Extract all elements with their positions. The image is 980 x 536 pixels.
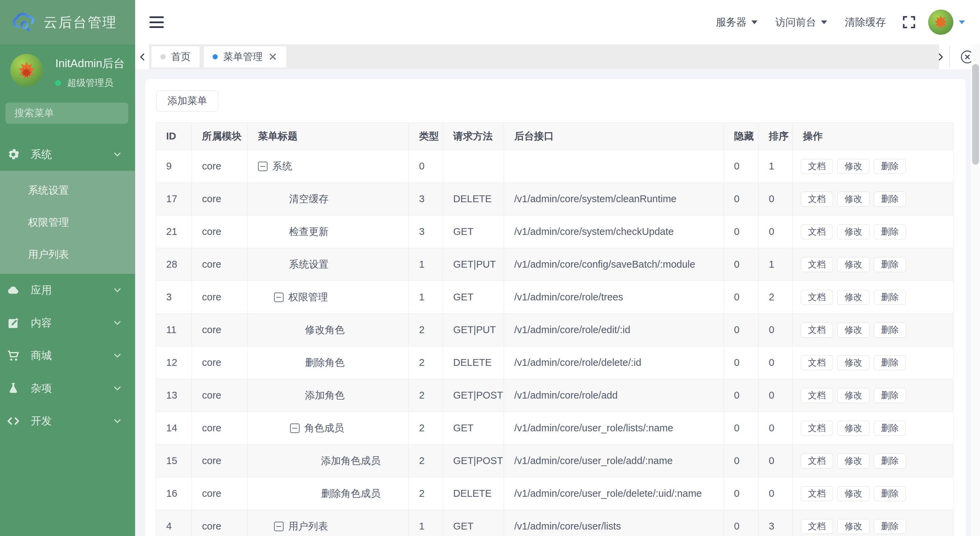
edit-button[interactable]: 修改 <box>837 421 869 436</box>
sidebar-item-system-settings[interactable]: 系统设置 <box>0 174 135 206</box>
edit-button[interactable]: 修改 <box>837 519 869 534</box>
user-avatar[interactable] <box>10 54 43 87</box>
menu-search-input[interactable]: 搜索菜单 <box>5 103 128 124</box>
sidebar-item-user-list[interactable]: 用户列表 <box>0 238 135 270</box>
cell-hidden: 0 <box>724 346 759 379</box>
cell-actions: 文档修改删除 <box>793 412 953 445</box>
tabs-scroll-right-button[interactable] <box>934 44 947 69</box>
column-header-0: ID <box>156 123 192 150</box>
cell-title: 清空缓存 <box>248 183 409 216</box>
cell-title: 修改角色 <box>248 314 409 346</box>
doc-button[interactable]: 文档 <box>801 454 833 468</box>
cell-api: /v1/admin/core/role/delete/:id <box>504 346 724 379</box>
edit-button[interactable]: 修改 <box>837 355 869 370</box>
tabs-scroll-left-button[interactable] <box>136 44 150 69</box>
doc-button[interactable]: 文档 <box>801 388 833 403</box>
cell-id: 3 <box>156 281 192 314</box>
cell-method: GET <box>443 216 504 248</box>
delete-button[interactable]: 删除 <box>874 454 906 468</box>
doc-button[interactable]: 文档 <box>801 159 833 174</box>
doc-button[interactable]: 文档 <box>801 486 833 501</box>
sidebar-item-system[interactable]: 系统 <box>0 138 135 171</box>
user-dropdown-caret-icon[interactable] <box>959 21 965 24</box>
delete-button[interactable]: 删除 <box>874 257 906 272</box>
chevron-down-icon <box>112 350 123 361</box>
menu-title-text: 检查更新 <box>289 225 329 239</box>
tab-menu-management[interactable]: 菜单管理 ✕ <box>204 46 286 68</box>
delete-button[interactable]: 删除 <box>874 192 906 207</box>
cell-method: GET|POST <box>443 379 504 412</box>
doc-button[interactable]: 文档 <box>801 290 833 305</box>
column-header-4: 请求方法 <box>443 123 504 150</box>
delete-button[interactable]: 删除 <box>874 486 906 501</box>
cell-actions: 文档修改删除 <box>793 445 953 477</box>
collapse-icon[interactable] <box>290 423 300 433</box>
delete-button[interactable]: 删除 <box>874 290 906 305</box>
doc-button[interactable]: 文档 <box>801 257 833 272</box>
edit-button[interactable]: 修改 <box>837 224 869 239</box>
edit-button[interactable]: 修改 <box>837 486 869 501</box>
scrollbar-thumb[interactable] <box>972 64 979 165</box>
doc-button[interactable]: 文档 <box>801 192 833 207</box>
delete-button[interactable]: 删除 <box>874 355 906 370</box>
sidebar-item-label: 内容 <box>31 316 52 330</box>
menu-title-text: 修改角色 <box>305 323 345 337</box>
cell-module: core <box>192 248 248 281</box>
collapse-icon[interactable] <box>274 293 283 302</box>
cell-sort: 1 <box>759 248 793 281</box>
cell-id: 14 <box>156 412 192 445</box>
delete-button[interactable]: 删除 <box>874 421 906 436</box>
edit-button[interactable]: 修改 <box>837 192 869 207</box>
delete-button[interactable]: 删除 <box>874 519 906 534</box>
visit-front-menu[interactable]: 访问前台 <box>775 15 827 29</box>
sidebar-item-permission-mgmt[interactable]: 权限管理 <box>0 206 135 238</box>
clear-cache-button[interactable]: 清除缓存 <box>845 15 886 29</box>
sidebar-item-label: 杂项 <box>31 381 52 395</box>
caret-down-icon <box>751 21 757 24</box>
cell-actions: 文档修改删除 <box>793 379 953 412</box>
cell-api: /v1/admin/core/role/edit/:id <box>504 314 724 346</box>
cell-method: GET|PUT <box>443 248 504 281</box>
edit-button[interactable]: 修改 <box>837 454 869 468</box>
doc-button[interactable]: 文档 <box>801 323 833 338</box>
sidebar-item-misc[interactable]: 杂项 <box>0 372 135 405</box>
doc-button[interactable]: 文档 <box>801 519 833 534</box>
menu-title-text: 添加角色 <box>305 389 345 402</box>
cell-type: 2 <box>409 477 443 510</box>
cell-sort: 0 <box>759 183 793 216</box>
sidebar-item-content[interactable]: 内容 <box>0 306 135 339</box>
doc-button[interactable]: 文档 <box>801 355 833 370</box>
edit-button[interactable]: 修改 <box>837 290 869 305</box>
cell-id: 15 <box>156 445 192 477</box>
delete-button[interactable]: 删除 <box>874 323 906 338</box>
server-menu[interactable]: 服务器 <box>716 15 757 29</box>
cell-module: core <box>192 150 248 183</box>
topbar-avatar[interactable] <box>928 10 953 35</box>
column-header-5: 后台接口 <box>504 123 724 150</box>
cell-method: DELETE <box>443 477 504 510</box>
sidebar-item-apps[interactable]: 应用 <box>0 274 135 306</box>
page-scrollbar[interactable] <box>971 44 980 536</box>
edit-button[interactable]: 修改 <box>837 257 869 272</box>
fullscreen-icon[interactable] <box>902 15 916 30</box>
edit-button[interactable]: 修改 <box>837 323 869 338</box>
sidebar-item-label: 应用 <box>31 283 52 297</box>
delete-button[interactable]: 删除 <box>874 159 906 174</box>
collapse-icon[interactable] <box>258 162 267 171</box>
sidebar-item-dev[interactable]: 开发 <box>0 405 135 438</box>
menu-title-text: 系统设置 <box>289 258 329 271</box>
chevron-down-icon <box>112 149 123 160</box>
add-menu-button[interactable]: 添加菜单 <box>156 90 218 111</box>
sidebar-toggle-button[interactable] <box>150 16 164 28</box>
tabbar: 首页 菜单管理 ✕ <box>135 44 980 69</box>
collapse-icon[interactable] <box>274 522 283 531</box>
doc-button[interactable]: 文档 <box>801 224 833 239</box>
tab-close-icon[interactable]: ✕ <box>268 51 277 62</box>
delete-button[interactable]: 删除 <box>874 388 906 403</box>
doc-button[interactable]: 文档 <box>801 421 833 436</box>
sidebar-item-mall[interactable]: 商城 <box>0 339 135 372</box>
edit-button[interactable]: 修改 <box>837 159 869 174</box>
delete-button[interactable]: 删除 <box>874 224 906 239</box>
edit-button[interactable]: 修改 <box>837 388 869 403</box>
tab-home[interactable]: 首页 <box>151 46 200 68</box>
